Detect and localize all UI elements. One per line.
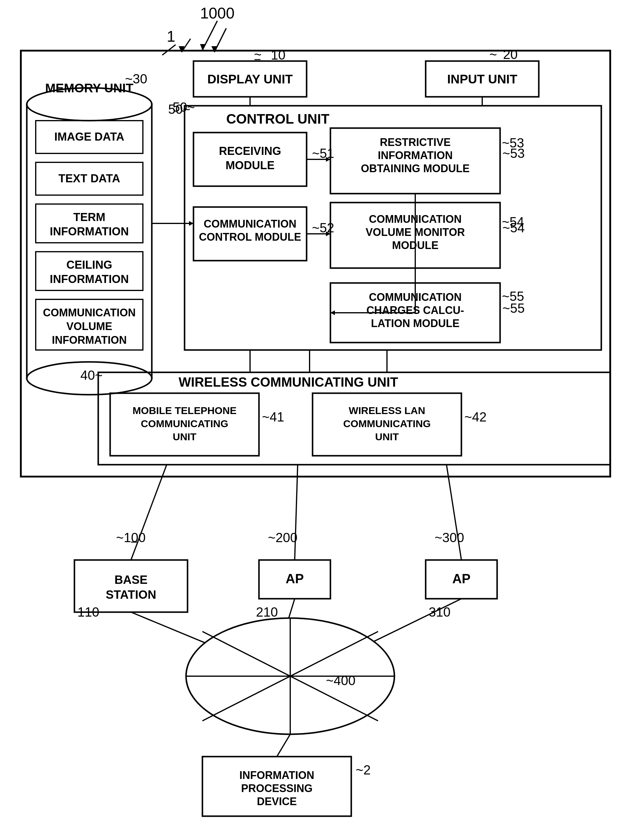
svg-text:~55: ~55 — [502, 289, 524, 303]
svg-line-63 — [131, 465, 167, 560]
svg-text:~52: ~52 — [312, 220, 334, 235]
svg-text:~200: ~200 — [268, 530, 297, 545]
svg-marker-120 — [200, 44, 206, 50]
svg-text:~30: ~30 — [125, 72, 147, 86]
svg-text:INFORMATION: INFORMATION — [239, 769, 314, 781]
svg-marker-33 — [330, 310, 335, 315]
svg-text:VOLUME: VOLUME — [66, 320, 112, 333]
svg-rect-27 — [330, 283, 500, 342]
svg-text:UNIT: UNIT — [173, 431, 196, 442]
svg-text:MODULE: MODULE — [225, 159, 275, 171]
svg-text:~53: ~53 — [502, 135, 524, 150]
svg-marker-20 — [326, 157, 330, 162]
svg-rect-23 — [330, 203, 500, 268]
svg-text:1: 1 — [167, 28, 175, 45]
svg-text:VOLUME MONITOR: VOLUME MONITOR — [366, 226, 465, 238]
svg-text:DISPLAY UNIT: DISPLAY UNIT — [207, 72, 293, 86]
svg-text:PROCESSING: PROCESSING — [241, 782, 313, 794]
svg-line-85 — [277, 734, 290, 757]
svg-line-64 — [295, 465, 298, 560]
svg-text:~42: ~42 — [464, 410, 487, 424]
svg-text:INFORMATION: INFORMATION — [378, 149, 452, 162]
svg-text:20: 20 — [503, 47, 518, 62]
svg-rect-5 — [194, 61, 307, 97]
svg-text:AP: AP — [285, 572, 304, 586]
svg-text:INFORMATION: INFORMATION — [52, 334, 127, 346]
svg-text:IMAGE DATA: IMAGE DATA — [54, 130, 124, 143]
svg-rect-15 — [194, 133, 307, 186]
svg-line-65 — [446, 465, 462, 560]
svg-text:UNIT: UNIT — [375, 431, 399, 442]
svg-rect-35 — [27, 104, 152, 378]
svg-text:~41: ~41 — [262, 410, 284, 424]
svg-text:COMMUNICATING: COMMUNICATING — [343, 418, 431, 429]
svg-text:TERM: TERM — [73, 211, 105, 223]
svg-text:RESTRICTIVE: RESTRICTIVE — [380, 136, 451, 148]
svg-text:COMMUNICATION: COMMUNICATION — [369, 291, 462, 303]
svg-rect-9 — [426, 61, 539, 97]
svg-text:~53: ~53 — [502, 146, 525, 160]
diagram-svg: ~ 10 ~ 20 ~51 ~53 ~52 ~54 — [0, 0, 626, 840]
svg-text:DEVICE: DEVICE — [257, 795, 297, 807]
svg-text:~54: ~54 — [502, 215, 524, 229]
svg-text:~55: ~55 — [502, 301, 525, 316]
svg-line-83 — [202, 631, 378, 721]
svg-rect-70 — [74, 560, 188, 612]
svg-text:CONTROL UNIT: CONTROL UNIT — [226, 111, 330, 127]
svg-rect-50 — [36, 299, 143, 350]
svg-rect-21 — [194, 207, 307, 261]
svg-point-37 — [27, 362, 152, 395]
svg-point-79 — [186, 618, 394, 734]
svg-text:LATION MODULE: LATION MODULE — [371, 317, 459, 330]
svg-marker-3 — [178, 46, 185, 52]
svg-rect-56 — [98, 372, 610, 465]
svg-rect-86 — [202, 757, 351, 816]
svg-text:~54: ~54 — [502, 220, 525, 235]
svg-line-82 — [202, 631, 378, 721]
svg-point-36 — [27, 88, 152, 121]
svg-text:40~: 40~ — [80, 368, 103, 383]
svg-text:INPUT UNIT: INPUT UNIT — [447, 72, 517, 86]
svg-text:COMMUNICATION: COMMUNICATION — [203, 218, 296, 230]
svg-line-119 — [202, 21, 217, 50]
svg-text:310: 310 — [429, 604, 451, 619]
svg-text:1000: 1000 — [200, 5, 235, 22]
svg-rect-42 — [36, 162, 143, 195]
svg-text:MODULE: MODULE — [392, 239, 438, 251]
svg-rect-60 — [313, 393, 462, 456]
svg-text:RECEIVING: RECEIVING — [219, 145, 281, 157]
svg-text:COMMUNICATION: COMMUNICATION — [369, 213, 462, 225]
svg-marker-55 — [189, 221, 194, 226]
svg-rect-40 — [36, 121, 143, 154]
svg-text:STATION: STATION — [106, 588, 156, 601]
svg-text:COMMUNICATION: COMMUNICATION — [43, 306, 135, 319]
svg-text:INFORMATION: INFORMATION — [50, 273, 128, 285]
svg-rect-4 — [21, 51, 610, 477]
svg-marker-26 — [326, 231, 330, 236]
svg-text:WIRELESS LAN: WIRELESS LAN — [349, 405, 426, 416]
svg-rect-72 — [426, 560, 497, 599]
svg-line-0 — [214, 28, 226, 52]
svg-rect-47 — [36, 252, 143, 290]
svg-line-76 — [131, 612, 235, 655]
svg-text:~51: ~51 — [312, 146, 334, 160]
svg-text:CEILING: CEILING — [66, 259, 112, 271]
svg-line-77 — [283, 599, 295, 637]
svg-marker-1 — [211, 46, 217, 52]
svg-text:BASE: BASE — [114, 573, 147, 586]
svg-text:AP: AP — [452, 572, 470, 586]
svg-text:50~: 50~ — [168, 102, 191, 116]
svg-rect-44 — [36, 204, 143, 243]
svg-text:COMMUNICATING: COMMUNICATING — [141, 418, 228, 429]
svg-text:WIRELESS COMMUNICATING UNIT: WIRELESS COMMUNICATING UNIT — [178, 375, 398, 389]
svg-rect-17 — [330, 128, 500, 194]
svg-text:OBTAINING MODULE: OBTAINING MODULE — [361, 162, 470, 174]
svg-text:CONTROL MODULE: CONTROL MODULE — [199, 231, 301, 243]
svg-text:~100: ~100 — [116, 530, 146, 545]
svg-text:10: 10 — [271, 48, 285, 62]
svg-text:CHARGES CALCU-: CHARGES CALCU- — [366, 304, 464, 316]
svg-text:210: 210 — [256, 604, 278, 619]
svg-line-78 — [345, 599, 462, 655]
diagram-container: ~ 10 ~ 20 ~51 ~53 ~52 ~54 — [0, 0, 626, 840]
svg-text:110: 110 — [77, 604, 99, 619]
